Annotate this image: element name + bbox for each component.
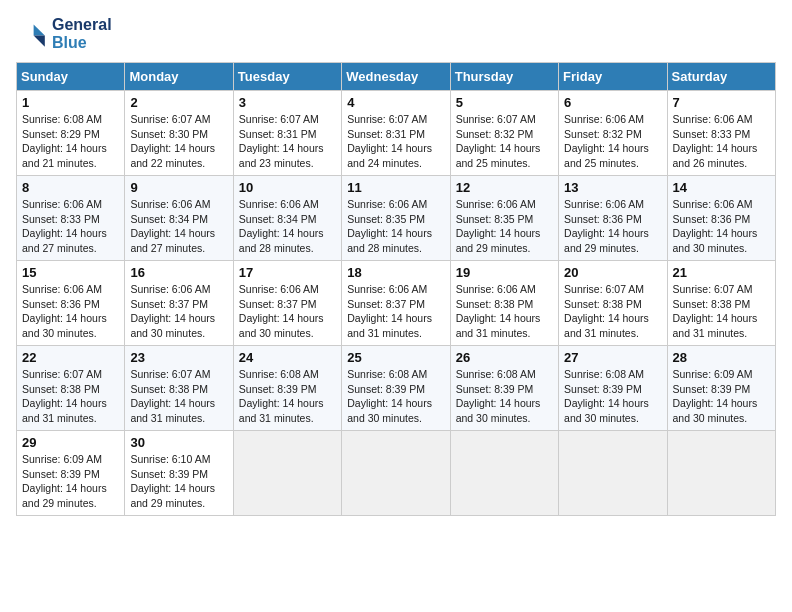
empty-cell <box>667 431 775 516</box>
day-number: 23 <box>130 350 227 365</box>
week-row-3: 15 Sunrise: 6:06 AM Sunset: 8:36 PM Dayl… <box>17 261 776 346</box>
day-detail: Sunrise: 6:06 AM Sunset: 8:36 PM Dayligh… <box>673 197 770 256</box>
day-cell-5: 5 Sunrise: 6:07 AM Sunset: 8:32 PM Dayli… <box>450 91 558 176</box>
svg-marker-0 <box>34 24 45 35</box>
day-detail: Sunrise: 6:06 AM Sunset: 8:37 PM Dayligh… <box>347 282 444 341</box>
day-number: 26 <box>456 350 553 365</box>
day-cell-1: 1 Sunrise: 6:08 AM Sunset: 8:29 PM Dayli… <box>17 91 125 176</box>
header-saturday: Saturday <box>667 63 775 91</box>
logo: General Blue <box>16 16 112 52</box>
day-detail: Sunrise: 6:06 AM Sunset: 8:36 PM Dayligh… <box>22 282 119 341</box>
day-cell-2: 2 Sunrise: 6:07 AM Sunset: 8:30 PM Dayli… <box>125 91 233 176</box>
header-thursday: Thursday <box>450 63 558 91</box>
day-cell-27: 27 Sunrise: 6:08 AM Sunset: 8:39 PM Dayl… <box>559 346 667 431</box>
day-detail: Sunrise: 6:07 AM Sunset: 8:30 PM Dayligh… <box>130 112 227 171</box>
day-detail: Sunrise: 6:07 AM Sunset: 8:32 PM Dayligh… <box>456 112 553 171</box>
day-number: 5 <box>456 95 553 110</box>
day-number: 29 <box>22 435 119 450</box>
day-cell-23: 23 Sunrise: 6:07 AM Sunset: 8:38 PM Dayl… <box>125 346 233 431</box>
day-cell-7: 7 Sunrise: 6:06 AM Sunset: 8:33 PM Dayli… <box>667 91 775 176</box>
day-number: 13 <box>564 180 661 195</box>
header-sunday: Sunday <box>17 63 125 91</box>
day-cell-19: 19 Sunrise: 6:06 AM Sunset: 8:38 PM Dayl… <box>450 261 558 346</box>
day-detail: Sunrise: 6:06 AM Sunset: 8:38 PM Dayligh… <box>456 282 553 341</box>
day-number: 17 <box>239 265 336 280</box>
day-number: 4 <box>347 95 444 110</box>
day-detail: Sunrise: 6:07 AM Sunset: 8:38 PM Dayligh… <box>673 282 770 341</box>
day-number: 2 <box>130 95 227 110</box>
day-number: 12 <box>456 180 553 195</box>
day-detail: Sunrise: 6:06 AM Sunset: 8:34 PM Dayligh… <box>130 197 227 256</box>
day-number: 24 <box>239 350 336 365</box>
day-cell-18: 18 Sunrise: 6:06 AM Sunset: 8:37 PM Dayl… <box>342 261 450 346</box>
empty-cell <box>233 431 341 516</box>
day-number: 14 <box>673 180 770 195</box>
day-detail: Sunrise: 6:07 AM Sunset: 8:38 PM Dayligh… <box>130 367 227 426</box>
day-detail: Sunrise: 6:06 AM Sunset: 8:33 PM Dayligh… <box>22 197 119 256</box>
day-cell-16: 16 Sunrise: 6:06 AM Sunset: 8:37 PM Dayl… <box>125 261 233 346</box>
day-cell-13: 13 Sunrise: 6:06 AM Sunset: 8:36 PM Dayl… <box>559 176 667 261</box>
day-cell-28: 28 Sunrise: 6:09 AM Sunset: 8:39 PM Dayl… <box>667 346 775 431</box>
week-row-1: 1 Sunrise: 6:08 AM Sunset: 8:29 PM Dayli… <box>17 91 776 176</box>
empty-cell <box>342 431 450 516</box>
day-detail: Sunrise: 6:09 AM Sunset: 8:39 PM Dayligh… <box>673 367 770 426</box>
day-number: 9 <box>130 180 227 195</box>
day-detail: Sunrise: 6:07 AM Sunset: 8:38 PM Dayligh… <box>564 282 661 341</box>
day-cell-30: 30 Sunrise: 6:10 AM Sunset: 8:39 PM Dayl… <box>125 431 233 516</box>
day-detail: Sunrise: 6:06 AM Sunset: 8:35 PM Dayligh… <box>347 197 444 256</box>
day-number: 22 <box>22 350 119 365</box>
day-cell-4: 4 Sunrise: 6:07 AM Sunset: 8:31 PM Dayli… <box>342 91 450 176</box>
day-detail: Sunrise: 6:06 AM Sunset: 8:36 PM Dayligh… <box>564 197 661 256</box>
day-detail: Sunrise: 6:07 AM Sunset: 8:38 PM Dayligh… <box>22 367 119 426</box>
day-detail: Sunrise: 6:08 AM Sunset: 8:39 PM Dayligh… <box>239 367 336 426</box>
day-cell-21: 21 Sunrise: 6:07 AM Sunset: 8:38 PM Dayl… <box>667 261 775 346</box>
day-detail: Sunrise: 6:10 AM Sunset: 8:39 PM Dayligh… <box>130 452 227 511</box>
day-number: 6 <box>564 95 661 110</box>
header-tuesday: Tuesday <box>233 63 341 91</box>
day-detail: Sunrise: 6:06 AM Sunset: 8:33 PM Dayligh… <box>673 112 770 171</box>
day-number: 3 <box>239 95 336 110</box>
day-number: 7 <box>673 95 770 110</box>
svg-marker-1 <box>34 36 45 47</box>
day-detail: Sunrise: 6:06 AM Sunset: 8:32 PM Dayligh… <box>564 112 661 171</box>
day-number: 16 <box>130 265 227 280</box>
day-number: 8 <box>22 180 119 195</box>
day-number: 19 <box>456 265 553 280</box>
week-row-4: 22 Sunrise: 6:07 AM Sunset: 8:38 PM Dayl… <box>17 346 776 431</box>
day-detail: Sunrise: 6:06 AM Sunset: 8:37 PM Dayligh… <box>239 282 336 341</box>
page-header: General Blue <box>16 16 776 52</box>
day-cell-3: 3 Sunrise: 6:07 AM Sunset: 8:31 PM Dayli… <box>233 91 341 176</box>
week-row-5: 29 Sunrise: 6:09 AM Sunset: 8:39 PM Dayl… <box>17 431 776 516</box>
day-cell-10: 10 Sunrise: 6:06 AM Sunset: 8:34 PM Dayl… <box>233 176 341 261</box>
header-friday: Friday <box>559 63 667 91</box>
day-cell-14: 14 Sunrise: 6:06 AM Sunset: 8:36 PM Dayl… <box>667 176 775 261</box>
calendar-table: Sunday Monday Tuesday Wednesday Thursday… <box>16 62 776 516</box>
day-cell-15: 15 Sunrise: 6:06 AM Sunset: 8:36 PM Dayl… <box>17 261 125 346</box>
day-cell-25: 25 Sunrise: 6:08 AM Sunset: 8:39 PM Dayl… <box>342 346 450 431</box>
day-detail: Sunrise: 6:06 AM Sunset: 8:37 PM Dayligh… <box>130 282 227 341</box>
day-detail: Sunrise: 6:06 AM Sunset: 8:35 PM Dayligh… <box>456 197 553 256</box>
day-detail: Sunrise: 6:08 AM Sunset: 8:29 PM Dayligh… <box>22 112 119 171</box>
day-cell-8: 8 Sunrise: 6:06 AM Sunset: 8:33 PM Dayli… <box>17 176 125 261</box>
day-cell-11: 11 Sunrise: 6:06 AM Sunset: 8:35 PM Dayl… <box>342 176 450 261</box>
day-number: 15 <box>22 265 119 280</box>
day-cell-9: 9 Sunrise: 6:06 AM Sunset: 8:34 PM Dayli… <box>125 176 233 261</box>
weekday-header-row: Sunday Monday Tuesday Wednesday Thursday… <box>17 63 776 91</box>
day-number: 1 <box>22 95 119 110</box>
day-cell-22: 22 Sunrise: 6:07 AM Sunset: 8:38 PM Dayl… <box>17 346 125 431</box>
day-detail: Sunrise: 6:08 AM Sunset: 8:39 PM Dayligh… <box>456 367 553 426</box>
day-number: 11 <box>347 180 444 195</box>
week-row-2: 8 Sunrise: 6:06 AM Sunset: 8:33 PM Dayli… <box>17 176 776 261</box>
day-number: 28 <box>673 350 770 365</box>
day-number: 18 <box>347 265 444 280</box>
header-monday: Monday <box>125 63 233 91</box>
logo-text: General Blue <box>52 16 112 52</box>
day-number: 21 <box>673 265 770 280</box>
day-cell-12: 12 Sunrise: 6:06 AM Sunset: 8:35 PM Dayl… <box>450 176 558 261</box>
day-number: 10 <box>239 180 336 195</box>
day-number: 25 <box>347 350 444 365</box>
empty-cell <box>450 431 558 516</box>
logo-icon <box>16 18 48 50</box>
day-cell-26: 26 Sunrise: 6:08 AM Sunset: 8:39 PM Dayl… <box>450 346 558 431</box>
day-detail: Sunrise: 6:07 AM Sunset: 8:31 PM Dayligh… <box>239 112 336 171</box>
